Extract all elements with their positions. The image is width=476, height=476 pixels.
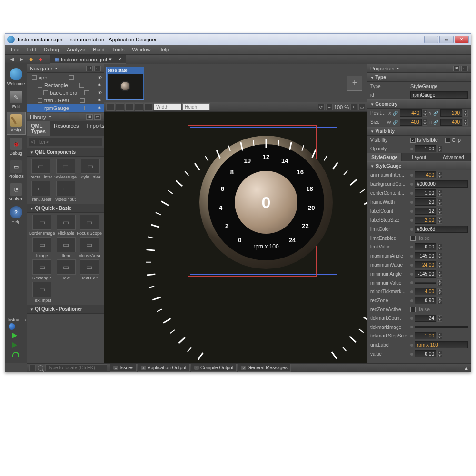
- activity-analyze[interactable]: ◔Analyze: [7, 181, 26, 203]
- prop-number[interactable]: 0,00: [415, 243, 436, 250]
- ptab-stylegauge[interactable]: StyleGauge: [367, 153, 402, 161]
- activity-welcome[interactable]: Welcome: [7, 66, 26, 88]
- expand-icon[interactable]: ▲: [464, 365, 469, 371]
- menu-window[interactable]: Window: [128, 45, 154, 54]
- canvas-tool-1[interactable]: [106, 103, 115, 111]
- locator-input[interactable]: [45, 364, 107, 371]
- menu-edit[interactable]: Edit: [23, 45, 40, 54]
- run-button[interactable]: [12, 333, 20, 340]
- navigator-header[interactable]: Navigator▾ ⇄▭: [27, 64, 104, 73]
- minimize-button[interactable]: —: [424, 36, 438, 43]
- ptab-layout[interactable]: Layout: [402, 153, 436, 161]
- library-header[interactable]: Library▾ ⊞▭: [27, 113, 104, 121]
- prop-number[interactable]: 400: [415, 171, 436, 178]
- activity-help[interactable]: ?Help: [7, 204, 26, 226]
- design-canvas[interactable]: 024681012141618202224 0 rpm x 100: [104, 112, 367, 363]
- maximize-button[interactable]: ▭: [439, 36, 454, 43]
- output-tab[interactable]: 1Issues: [110, 364, 137, 372]
- output-tab[interactable]: 6General Messages: [238, 364, 290, 372]
- lib-item[interactable]: ▭Style...rties: [79, 159, 102, 179]
- dropdown-icon[interactable]: ▾: [109, 56, 112, 62]
- prop-number[interactable]: 20: [415, 198, 436, 206]
- prop-check[interactable]: [410, 307, 416, 312]
- nav-tool-2[interactable]: ▭: [94, 66, 101, 71]
- project-selector[interactable]: Instrum...on: [7, 316, 26, 332]
- canvas-tool-2[interactable]: [116, 103, 124, 111]
- forward-button[interactable]: ▶: [18, 56, 25, 63]
- lib-item[interactable]: ▭Focus Scope: [77, 215, 102, 236]
- canvas-tool-3[interactable]: [125, 103, 134, 111]
- input-pos-y[interactable]: 200: [440, 109, 462, 117]
- prop-text[interactable]: #5dce6d: [415, 226, 468, 233]
- properties-header[interactable]: Properties▾ ⊞▭: [367, 64, 471, 73]
- lib-section-header[interactable]: QML Components: [27, 148, 104, 157]
- close-button[interactable]: ✕: [455, 36, 469, 43]
- lib-item[interactable]: ▭VideoInput: [54, 181, 77, 202]
- check-clip[interactable]: [445, 138, 450, 143]
- lib-tool-2[interactable]: ▭: [94, 114, 101, 120]
- lib-item[interactable]: ▭Rectangle: [29, 259, 55, 280]
- prop-number[interactable]: 0,00: [415, 350, 436, 357]
- menu-help[interactable]: Help: [155, 45, 173, 54]
- menu-analyze[interactable]: Analyze: [63, 45, 89, 54]
- prop-number[interactable]: 24,00: [415, 261, 436, 268]
- lib-section-header[interactable]: Qt Quick - Basic: [27, 204, 104, 213]
- menu-build[interactable]: Build: [89, 45, 108, 54]
- zoom-tool[interactable]: ⟳: [318, 104, 325, 110]
- activity-debug[interactable]: 🐞Debug: [7, 136, 26, 158]
- nav-item[interactable]: rpmGauge👁: [27, 104, 104, 112]
- prop-text[interactable]: [415, 326, 468, 328]
- add-state-button[interactable]: +: [347, 76, 362, 91]
- lib-item[interactable]: ▭StyleGauge: [54, 159, 77, 179]
- input-id[interactable]: rpmGauge: [410, 91, 468, 99]
- activity-edit[interactable]: ✎Edit: [7, 89, 26, 111]
- lib-item[interactable]: ▭Text: [57, 259, 76, 280]
- section-stylegauge[interactable]: StyleGauge: [367, 161, 471, 170]
- canvas-tool-5[interactable]: [144, 103, 153, 111]
- zoom-in[interactable]: +: [350, 104, 357, 110]
- lib-tab-resources[interactable]: Resources: [50, 121, 83, 136]
- prop-number[interactable]: 2,00: [415, 217, 436, 224]
- prop-number[interactable]: 4,00: [415, 288, 436, 295]
- lib-item[interactable]: ▭Flickable: [57, 215, 76, 236]
- canvas-tool-4[interactable]: [135, 103, 143, 111]
- nav-item[interactable]: back...mera👁: [27, 89, 104, 97]
- menu-file[interactable]: File: [7, 45, 23, 54]
- rpm-gauge[interactable]: 024681012141618202224 0 rpm x 100: [199, 136, 333, 269]
- output-tab[interactable]: 4Compile Output: [191, 364, 237, 372]
- activity-projects[interactable]: ▭Projects: [7, 159, 26, 180]
- section-geometry[interactable]: Geometry: [367, 99, 471, 109]
- input-pos-x[interactable]: 440: [400, 109, 422, 117]
- lib-item[interactable]: ▭Recta...inter: [29, 159, 52, 179]
- input-size-w[interactable]: 400: [400, 119, 422, 126]
- nav-tool-1[interactable]: ⇄: [86, 66, 93, 71]
- prop-number[interactable]: 145,00: [415, 252, 436, 259]
- prop-text[interactable]: rpm x 100: [415, 341, 468, 348]
- menu-debug[interactable]: Debug: [40, 45, 63, 54]
- lib-item[interactable]: ▭Border Image: [29, 215, 55, 236]
- prop-number[interactable]: 24: [415, 315, 436, 322]
- prop-number[interactable]: 0,90: [415, 297, 436, 304]
- prop-number[interactable]: [415, 282, 436, 284]
- nav-item[interactable]: app👁: [27, 74, 104, 81]
- lib-item[interactable]: ▭Tran...Gear: [29, 181, 52, 202]
- lib-item[interactable]: ▭MouseArea: [77, 237, 102, 258]
- prop-text[interactable]: #000000: [415, 180, 468, 188]
- lib-item[interactable]: ▭Image: [29, 237, 55, 258]
- prop-number[interactable]: -145,00: [415, 270, 436, 278]
- section-type[interactable]: Type: [367, 73, 471, 82]
- nav-item[interactable]: Rectangle👁: [27, 81, 104, 89]
- lib-item[interactable]: ▭Item: [57, 237, 76, 258]
- lib-item[interactable]: ▭Text Edit: [77, 259, 102, 280]
- prop-check[interactable]: [410, 236, 416, 241]
- lib-tool-1[interactable]: ⊞: [86, 114, 93, 120]
- check-visible[interactable]: ✓: [410, 138, 416, 143]
- canvas-width-input[interactable]: [154, 103, 181, 110]
- lib-section-header[interactable]: Qt Quick - Positioner: [27, 305, 104, 314]
- section-visibility[interactable]: Visibility: [367, 127, 471, 136]
- lib-tab-qml[interactable]: QML Types: [27, 121, 50, 136]
- prop-tool-1[interactable]: ⊞: [453, 66, 460, 71]
- input-opacity[interactable]: 1,00: [415, 145, 436, 152]
- nav-button[interactable]: ◆: [27, 56, 35, 63]
- prop-tool-2[interactable]: ▭: [461, 66, 468, 71]
